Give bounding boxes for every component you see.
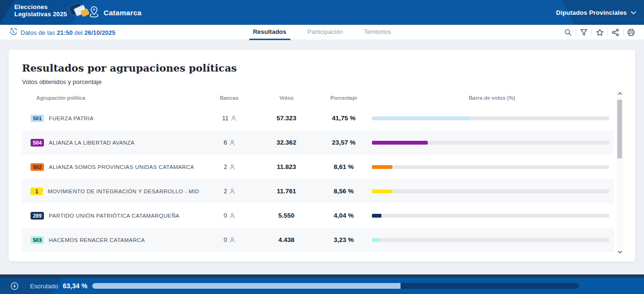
votes-value: 57.323 <box>255 115 317 122</box>
col-header-votos: Votos <box>255 95 317 101</box>
bancas-count: 0 <box>223 212 227 219</box>
party-name: ALIANZA SOMOS PROVINCIAS UNIDAS CATAMARC… <box>49 164 194 170</box>
bancas-count: 11 <box>222 115 229 122</box>
footer-bar: Escrutado 63,34 % <box>0 278 644 294</box>
party-name: PARTIDO UNIÓN PATRIÓTICA CATAMARQUEÑA <box>49 213 179 219</box>
category-dropdown[interactable]: Diputados Provinciales <box>556 0 636 25</box>
percent-value: 23,57 % <box>317 139 370 146</box>
votes-value: 11.823 <box>255 163 317 170</box>
app-logo[interactable]: Elecciones Legislativas 2025 <box>14 3 90 20</box>
vote-bar-track <box>372 238 609 242</box>
party-code-badge: 503 <box>31 236 44 244</box>
scrutiny-footer: Escrutado 63,34 % <box>0 274 644 294</box>
percent-value: 8,61 % <box>317 163 370 170</box>
vote-bar-fill <box>372 214 381 218</box>
footer-top-strip <box>0 274 644 278</box>
card-title: Resultados por agrupaciones políticas <box>22 62 237 74</box>
vote-bar-track <box>372 165 609 169</box>
party-code-badge: 502 <box>31 163 44 171</box>
scrutiny-status: Escrutado 63,34 % <box>30 278 579 294</box>
party-name: FUERZA PATRIA <box>49 116 94 121</box>
votes-value: 11.761 <box>255 188 317 195</box>
percent-value: 3,23 % <box>317 236 370 243</box>
scroll-up-icon[interactable] <box>616 90 623 97</box>
table-row[interactable]: 504ALIANZA LA LIBERTAD AVANZA 6 32.362 2… <box>22 130 614 155</box>
star-icon[interactable] <box>594 27 605 38</box>
percent-value: 4,04 % <box>317 212 370 219</box>
person-icon <box>230 213 235 219</box>
votes-value: 4.438 <box>255 236 317 243</box>
results-table: Agrupación política Bancas Votos Porcent… <box>22 90 614 252</box>
table-row[interactable]: 501FUERZA PATRIA 11 57.323 41,75 % <box>22 106 614 130</box>
filter-icon[interactable] <box>579 27 589 38</box>
province-name: Catamarca <box>104 9 141 17</box>
province-selector[interactable]: Catamarca <box>89 0 141 25</box>
category-label: Diputados Provinciales <box>556 9 627 16</box>
scrutiny-percentage: 63,34 % <box>63 282 87 290</box>
party-name: MOVIMIENTO DE INTEGRACIÓN Y DESARROLLO -… <box>48 189 199 194</box>
vote-bar-fill <box>372 165 392 169</box>
party-code-badge: 289 <box>31 212 44 220</box>
scrutiny-progress-fill <box>92 283 401 289</box>
chevron-down-icon <box>631 8 636 17</box>
col-header-bancas: Bancas <box>203 95 255 101</box>
update-clock-icon <box>10 28 17 37</box>
party-code-badge: 501 <box>31 115 44 122</box>
person-icon <box>230 189 235 194</box>
person-icon <box>230 164 235 170</box>
location-pin-icon <box>89 5 99 20</box>
bancas-count: 6 <box>223 139 227 146</box>
party-name: HACEMOS RENACER CATAMARCA <box>49 237 145 243</box>
bancas-count: 0 <box>223 236 227 243</box>
table-header-row: Agrupación política Bancas Votos Porcent… <box>22 90 614 106</box>
party-name: ALIANZA LA LIBERTAD AVANZA <box>49 140 135 146</box>
bancas-count: 2 <box>223 188 227 195</box>
tab-territorios[interactable]: Territorios <box>360 25 395 40</box>
person-icon <box>230 237 235 243</box>
toolbar-icons <box>563 25 636 40</box>
print-icon[interactable] <box>626 27 636 38</box>
scrutiny-label: Escrutado <box>30 283 58 290</box>
percent-value: 41,75 % <box>317 115 370 122</box>
app-header: Elecciones Legislativas 2025 Catamarca D… <box>0 0 644 25</box>
percent-value: 8,56 % <box>317 188 370 195</box>
col-header-porcentaje: Porcentaje <box>317 95 370 101</box>
vote-bar-track <box>372 214 609 218</box>
vote-bar-fill <box>372 238 380 242</box>
col-header-agrupacion: Agrupación política <box>22 95 203 101</box>
tab-bar: Resultados Participación Territorios <box>249 25 395 40</box>
results-card: Resultados por agrupaciones políticas Vo… <box>9 50 635 262</box>
person-icon <box>230 140 235 146</box>
bancas-count: 2 <box>223 163 227 170</box>
table-row[interactable]: 502ALIANZA SOMOS PROVINCIAS UNIDAS CATAM… <box>22 155 614 179</box>
share-icon[interactable] <box>610 27 621 38</box>
ballots-icon <box>68 3 90 20</box>
expand-icon[interactable] <box>11 278 19 294</box>
vote-bar-track <box>372 116 609 120</box>
table-scrollbar[interactable] <box>616 90 623 256</box>
vote-bar-fill <box>372 189 392 193</box>
person-icon <box>231 116 236 121</box>
tab-participacion[interactable]: Participación <box>304 25 347 40</box>
card-subtitle: Votos obtenidos y porcentaje <box>22 78 102 85</box>
party-code-badge: 1 <box>31 188 43 195</box>
app-logo-text: Elecciones Legislativas 2025 <box>14 3 67 18</box>
scrutiny-progress-track <box>92 283 579 289</box>
table-row[interactable]: 503HACEMOS RENACER CATAMARCA 0 4.438 3,2… <box>22 228 614 252</box>
search-icon[interactable] <box>563 27 573 38</box>
table-row[interactable]: 289PARTIDO UNIÓN PATRIÓTICA CATAMARQUEÑA… <box>22 203 614 228</box>
subheader-bar: Datos de las 21:50 del 26/10/2025 Result… <box>0 25 644 40</box>
scrollbar-thumb[interactable] <box>617 100 622 158</box>
tab-resultados[interactable]: Resultados <box>249 25 290 40</box>
table-row[interactable]: 1MOVIMIENTO DE INTEGRACIÓN Y DESARROLLO … <box>22 179 614 203</box>
vote-bar-fill <box>372 141 428 145</box>
scrollbar-track[interactable] <box>616 97 623 248</box>
vote-bar-track <box>372 141 609 145</box>
scroll-down-icon[interactable] <box>616 248 623 256</box>
vote-bar-track <box>372 189 609 193</box>
vote-bar-fill <box>372 116 471 120</box>
votes-value: 32.362 <box>255 139 317 146</box>
votes-value: 5.550 <box>255 212 317 219</box>
col-header-barra: Barra de votos (%) <box>370 95 614 101</box>
party-code-badge: 504 <box>31 139 44 147</box>
